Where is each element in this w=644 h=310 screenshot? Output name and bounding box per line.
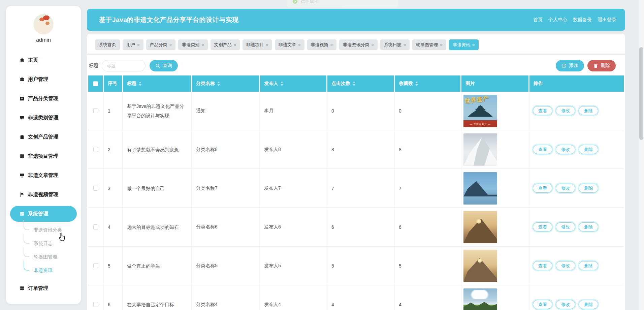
close-icon[interactable]: × xyxy=(201,43,204,47)
sidebar-item[interactable]: 非遗文章管理 xyxy=(6,166,81,185)
sort-icon[interactable] xyxy=(415,82,418,86)
menu-icon xyxy=(20,58,25,63)
row-view-button[interactable]: 查看 xyxy=(533,184,552,193)
sidebar-item[interactable]: 用户管理 xyxy=(6,70,81,89)
column-header[interactable]: 点击次数 xyxy=(327,75,395,92)
sidebar-item[interactable]: 系统管理 xyxy=(10,206,77,222)
table-row: 6 在大学给自己定个目标 分类名称4 发布人4 4 4 查看修改删除 xyxy=(88,285,624,310)
select-all-checkbox[interactable] xyxy=(93,81,98,86)
sidebar-item[interactable]: 订单管理 xyxy=(6,279,81,298)
tab[interactable]: 系统首页 xyxy=(95,39,120,50)
row-image[interactable] xyxy=(463,172,497,205)
title-search-input[interactable] xyxy=(102,60,146,71)
sort-icon[interactable] xyxy=(217,82,220,86)
row-checkbox[interactable] xyxy=(93,224,98,229)
row-delete-button[interactable]: 删除 xyxy=(579,222,598,231)
row-view-button[interactable]: 查看 xyxy=(533,222,552,231)
row-edit-button[interactable]: 修改 xyxy=(556,300,575,309)
tab[interactable]: 非遗视频 × xyxy=(307,39,337,50)
avatar[interactable] xyxy=(33,14,54,34)
tab[interactable]: 非遗文章 × xyxy=(275,39,304,50)
row-view-button[interactable]: 查看 xyxy=(533,300,552,309)
row-checkbox[interactable] xyxy=(93,147,98,152)
sidebar-item[interactable]: 非遗类别管理 xyxy=(6,108,81,127)
row-edit-button[interactable]: 修改 xyxy=(556,145,575,154)
cell-category: 分类名称8 xyxy=(192,130,260,168)
header-link-backup[interactable]: 数据备份 xyxy=(573,17,592,23)
column-header[interactable]: 收藏数 xyxy=(395,75,461,92)
close-icon[interactable]: × xyxy=(137,43,140,47)
column-header[interactable]: 发布人 xyxy=(260,75,327,92)
tab[interactable]: 非遗资讯分类 × xyxy=(339,39,378,50)
close-icon[interactable]: × xyxy=(298,43,301,47)
tab[interactable]: 非遗资讯 × xyxy=(449,39,479,50)
sidebar-subitem[interactable]: 轮播图管理 xyxy=(6,250,81,264)
row-delete-button[interactable]: 删除 xyxy=(579,300,598,309)
sort-icon[interactable] xyxy=(353,82,355,86)
close-icon[interactable]: × xyxy=(234,43,236,47)
tab[interactable]: 文创产品 × xyxy=(211,39,240,50)
sidebar-item[interactable]: 非遗视频管理 xyxy=(6,185,81,204)
tab[interactable]: 用户 × xyxy=(123,39,143,50)
cell-title: 有了梦想就不会感到疲惫 xyxy=(123,130,192,168)
sort-icon[interactable] xyxy=(281,82,283,86)
column-header[interactable]: 标题 xyxy=(123,75,192,92)
row-checkbox[interactable] xyxy=(93,302,98,307)
sidebar-subitem[interactable]: 非遗资讯分类 xyxy=(6,223,81,237)
tab[interactable]: 产品分类 × xyxy=(146,39,176,50)
tab[interactable]: 非遗类别 × xyxy=(178,39,208,50)
header-link-logout[interactable]: 退出登录 xyxy=(598,17,616,23)
row-image[interactable] xyxy=(463,250,497,282)
cell-clicks: 7 xyxy=(327,169,395,207)
header-link-profile[interactable]: 个人中心 xyxy=(548,17,567,23)
row-image[interactable]: 世界遗产— 中国微名片 — xyxy=(463,95,497,127)
row-delete-button[interactable]: 删除 xyxy=(579,106,598,115)
sidebar-item[interactable]: 非遗项目管理 xyxy=(6,147,81,166)
sidebar-item[interactable]: 文创产品管理 xyxy=(6,127,81,147)
row-image[interactable] xyxy=(463,211,497,243)
scrollbar[interactable] xyxy=(639,0,644,310)
row-delete-button[interactable]: 删除 xyxy=(579,184,598,193)
search-button[interactable]: 查询 xyxy=(150,60,178,71)
sidebar-item[interactable]: 产品分类管理 xyxy=(6,89,81,108)
tab[interactable]: 系统日志 × xyxy=(380,39,410,50)
row-edit-button[interactable]: 修改 xyxy=(556,222,575,231)
row-image[interactable] xyxy=(463,288,497,310)
sidebar-subitem[interactable]: 非遗资讯 xyxy=(6,264,81,277)
scrollbar-thumb[interactable] xyxy=(639,47,643,140)
cell-category: 通知 xyxy=(192,92,260,130)
sidebar-item[interactable]: 主页 xyxy=(6,51,81,70)
row-edit-button[interactable]: 修改 xyxy=(556,184,575,193)
row-edit-button[interactable]: 修改 xyxy=(556,106,575,115)
row-view-button[interactable]: 查看 xyxy=(533,145,552,154)
close-icon[interactable]: × xyxy=(266,43,268,47)
close-icon[interactable]: × xyxy=(404,43,406,47)
table-body: 1 基于Java的非遗文化产品分享平台的设计与实现 通知 李月 0 0 世界遗产… xyxy=(88,92,624,310)
cell-title: 做个真正的学生 xyxy=(123,247,192,285)
close-icon[interactable]: × xyxy=(169,43,172,47)
sidebar-subitem[interactable]: 系统日志 xyxy=(6,237,81,250)
row-edit-button[interactable]: 修改 xyxy=(556,261,575,270)
tab[interactable]: 非遗项目 × xyxy=(243,39,272,50)
row-checkbox[interactable] xyxy=(93,108,98,113)
close-icon[interactable]: × xyxy=(330,43,333,47)
row-view-button[interactable]: 查看 xyxy=(533,261,552,270)
tab[interactable]: 轮播图管理 × xyxy=(412,39,446,50)
close-icon[interactable]: × xyxy=(440,43,443,47)
row-delete-button[interactable]: 删除 xyxy=(579,145,598,154)
column-header[interactable]: 分类名称 xyxy=(192,75,260,92)
row-image[interactable] xyxy=(463,133,497,166)
row-checkbox[interactable] xyxy=(93,186,98,191)
add-button[interactable]: 添加 xyxy=(556,60,584,71)
tab-label: 用户 xyxy=(126,42,135,48)
delete-button[interactable]: 删除 xyxy=(587,60,616,71)
row-checkbox[interactable] xyxy=(93,263,98,268)
close-icon[interactable]: × xyxy=(371,43,374,47)
row-delete-button[interactable]: 删除 xyxy=(579,261,598,270)
row-checkbox-cell xyxy=(88,169,104,207)
header-link-home[interactable]: 首页 xyxy=(533,17,543,23)
sidebar-item-label: 订单管理 xyxy=(28,285,48,291)
row-view-button[interactable]: 查看 xyxy=(533,106,552,115)
sort-icon[interactable] xyxy=(139,82,141,86)
close-icon[interactable]: × xyxy=(472,43,475,47)
